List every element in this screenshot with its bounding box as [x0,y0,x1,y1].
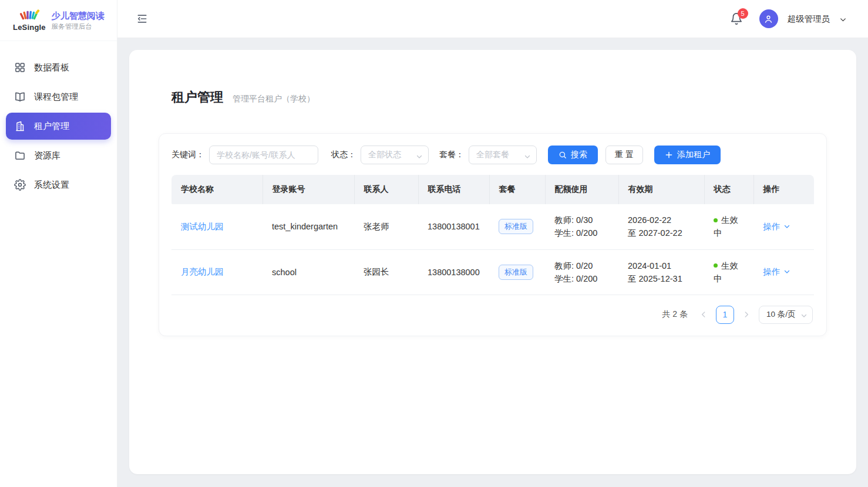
keyword-input[interactable] [209,146,318,164]
col-school-name: 学校名称 [171,175,263,204]
package-select-value: 全部套餐 [476,150,509,160]
status-cell: 生效中 [704,204,753,249]
page-size-select[interactable]: 10 条/页 [759,306,813,324]
user-name[interactable]: 超级管理员 [788,13,830,25]
brand-logo: LeSingle [13,9,46,32]
package-badge: 标准版 [499,265,533,280]
content-card: 租户管理 管理平台租户（学校） 关键词： 状态： 全部状态 套餐： 全 [129,50,856,474]
folder-icon [14,150,26,161]
sidebar: LeSingle 少儿智慧阅读 服务管理后台 数据看板 课程包管理 租户管理 [0,0,117,487]
sidebar-item-label: 资源库 [34,150,60,161]
col-status: 状态 [704,175,753,204]
row-actions-link[interactable]: 操作 [763,222,780,231]
brand-title: 少儿智慧阅读 [52,10,105,21]
search-button[interactable]: 搜索 [548,146,598,164]
account-cell: school [263,249,354,295]
sidebar-item-label: 系统设置 [34,180,69,191]
valid-from: 2024-01-01 [628,259,695,272]
chevron-down-icon [800,312,808,319]
validity-cell: 2026-02-22 至 2027-02-22 [618,204,704,249]
sidebar-item-dashboard[interactable]: 数据看板 [6,54,111,81]
col-phone: 联系电话 [418,175,489,204]
user-avatar[interactable] [759,9,778,28]
main-content: 租户管理 管理平台租户（学校） 关键词： 状态： 全部状态 套餐： 全 [117,38,868,487]
add-tenant-button[interactable]: 添加租户 [654,146,721,164]
sidebar-item-settings[interactable]: 系统设置 [6,171,111,198]
gear-icon [14,179,26,191]
account-cell: test_kindergarten [263,204,354,249]
contact-cell: 张老师 [354,204,418,249]
chevron-right-icon[interactable] [742,310,751,319]
sidebar-item-label: 数据看板 [34,62,69,73]
actions-cell: 操作 [753,204,814,249]
col-actions: 操作 [753,175,814,204]
row-actions-link[interactable]: 操作 [763,267,780,276]
filter-bar: 关键词： 状态： 全部状态 套餐： 全部套餐 [171,146,814,164]
top-header: 5 超级管理员 [117,0,868,38]
table-row: 月亮幼儿园 school 张园长 13800138000 标准版 教师: 0/2… [171,249,814,295]
valid-to: 至 2027-02-22 [628,226,695,239]
valid-from: 2026-02-22 [628,214,695,226]
school-name-link[interactable]: 测试幼儿园 [181,222,224,231]
phone-cell: 13800138000 [418,249,489,295]
validity-cell: 2024-01-01 至 2025-12-31 [618,249,704,295]
school-name-link[interactable]: 月亮幼儿园 [181,267,224,276]
page-title: 租户管理 [171,89,223,106]
table-header-row: 学校名称 登录账号 联系人 联系电话 套餐 配额使用 有效期 状态 操作 [171,175,814,204]
sidebar-item-label: 租户管理 [34,121,69,132]
status-green-dot-icon [714,263,718,268]
chevron-down-icon[interactable] [839,15,847,23]
status-label: 状态： [331,150,356,160]
reset-button[interactable]: 重 置 [605,146,643,164]
building-icon [14,120,26,132]
search-icon [559,151,567,159]
chevron-down-icon[interactable] [783,268,790,275]
chevron-down-icon [524,152,531,159]
col-contact: 联系人 [354,175,418,204]
quota-teacher: 教师: 0/30 [554,214,609,226]
chevron-down-icon[interactable] [783,222,790,229]
brand-logo-text: LeSingle [13,23,46,32]
table-row: 测试幼儿园 test_kindergarten 张老师 13800138001 … [171,204,814,249]
page-size-value: 10 条/页 [766,309,796,320]
page-subtitle: 管理平台租户（学校） [233,94,315,104]
pagination: 共 2 条 1 10 条/页 [171,306,814,324]
package-badge: 标准版 [499,219,533,234]
status-green-dot-icon [714,218,718,222]
quota-student: 学生: 0/200 [554,226,609,239]
notification-badge: 5 [738,8,748,19]
quota-student: 学生: 0/200 [554,272,609,285]
book-icon [14,91,26,103]
sidebar-item-course-packages[interactable]: 课程包管理 [6,83,111,110]
chevron-left-icon[interactable] [699,310,708,319]
package-select[interactable]: 全部套餐 [469,146,537,164]
package-label: 套餐： [439,150,464,160]
brand: LeSingle 少儿智慧阅读 服务管理后台 [0,0,117,41]
actions-cell: 操作 [753,249,814,295]
sidebar-nav: 数据看板 课程包管理 租户管理 资源库 系统设置 [0,41,117,198]
tenant-table: 学校名称 登录账号 联系人 联系电话 套餐 配额使用 有效期 状态 操作 测试幼… [171,175,814,295]
brand-subtitle: 服务管理后台 [52,22,105,31]
chevron-down-icon [416,152,423,159]
valid-to: 至 2025-12-31 [628,272,695,285]
page-number-button[interactable]: 1 [716,306,734,324]
status-cell: 生效中 [704,249,753,295]
contact-cell: 张园长 [354,249,418,295]
quota-cell: 教师: 0/30 学生: 0/200 [545,204,618,249]
status-select[interactable]: 全部状态 [361,146,429,164]
phone-cell: 13800138001 [418,204,489,249]
keyword-label: 关键词： [171,150,204,160]
dashboard-grid-icon [14,62,26,73]
quota-cell: 教师: 0/20 学生: 0/200 [545,249,618,295]
page-head: 租户管理 管理平台租户（学校） [129,50,856,106]
status-select-value: 全部状态 [368,150,401,160]
tenant-panel: 关键词： 状态： 全部状态 套餐： 全部套餐 [159,133,827,336]
menu-fold-icon[interactable] [136,13,148,25]
sidebar-item-resources[interactable]: 资源库 [6,142,111,169]
col-validity: 有效期 [618,175,704,204]
col-account: 登录账号 [263,175,354,204]
sidebar-item-tenants[interactable]: 租户管理 [6,113,111,140]
sidebar-item-label: 课程包管理 [34,92,78,103]
notification-bell-icon[interactable]: 5 [730,12,743,25]
col-package: 套餐 [489,175,545,204]
